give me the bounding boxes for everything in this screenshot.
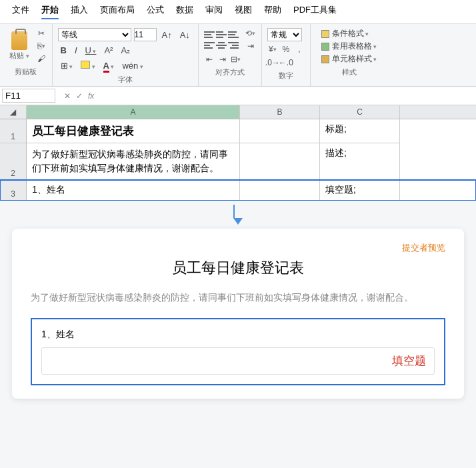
question-box[interactable]: 1、姓名 填空题 (31, 318, 445, 385)
cell-b1[interactable] (240, 119, 320, 143)
spreadsheet-grid: ◢ A B C 1 员工每日健康登记表 标题; 2 为了做好新型冠状病毒感染肺炎… (0, 105, 476, 201)
question-type-tag: 填空题 (392, 353, 426, 369)
cell-styles-button[interactable]: 单元格样式 (321, 53, 377, 65)
form-title: 员工每日健康登记表 (31, 258, 445, 278)
align-middle-icon[interactable] (216, 30, 227, 39)
font-size-input[interactable] (134, 28, 157, 41)
menu-data[interactable]: 数据 (176, 4, 193, 19)
cell-c2[interactable]: 描述; (320, 143, 400, 180)
merge-cells-icon[interactable]: ⊟ (231, 54, 241, 65)
group-clipboard: 粘贴 ✂ ⎘ 🖌 剪贴板 (0, 24, 53, 86)
decrease-decimal-icon[interactable]: ←.0 (281, 57, 291, 68)
group-alignment: ⟲ ⇥ ⇤ ⇥ ⊟ 对齐方式 (199, 24, 262, 86)
increase-indent-icon[interactable]: ⇥ (217, 54, 228, 65)
formula-bar: ✕ ✓ fx (0, 87, 476, 105)
conditional-format-button[interactable]: 条件格式 (321, 28, 377, 39)
menu-help[interactable]: 帮助 (264, 4, 281, 19)
select-all-corner[interactable]: ◢ (0, 105, 27, 119)
menu-layout[interactable]: 页面布局 (100, 4, 135, 19)
group-label-font: 字体 (58, 75, 193, 85)
row-header-2[interactable]: 2 (0, 143, 27, 180)
subscript-button[interactable]: A₂ (118, 44, 133, 57)
decrease-font-icon[interactable]: A↓ (177, 29, 193, 41)
decrease-indent-icon[interactable]: ⇤ (204, 54, 215, 65)
form-description: 为了做好新型冠状病毒感染肺炎的防控，请同事们下班前如实填写身体健康情况，谢谢配合… (31, 290, 445, 306)
copy-icon[interactable]: ⎘ (36, 41, 47, 51)
italic-button[interactable]: I (72, 44, 80, 57)
menu-review[interactable]: 审阅 (205, 4, 223, 19)
fill-color-button[interactable] (78, 59, 98, 72)
cancel-icon[interactable]: ✕ (64, 91, 71, 101)
group-font: 等线 A↑ A↓ B I U A² A₂ ⊞ A wén 字体 (53, 24, 199, 86)
font-name-select[interactable]: 等线 (58, 28, 131, 41)
menu-insert[interactable]: 插入 (71, 4, 88, 19)
align-right-icon[interactable] (228, 41, 239, 50)
group-label-align: 对齐方式 (204, 67, 256, 77)
row-header-1[interactable]: 1 (0, 119, 27, 143)
menu-home[interactable]: 开始 (41, 4, 59, 19)
question-label: 1、姓名 (41, 329, 435, 341)
currency-icon[interactable]: ¥ (267, 44, 278, 55)
underline-button[interactable]: U (83, 44, 99, 57)
phonetic-button[interactable]: wén (119, 59, 145, 72)
cell-a1[interactable]: 员工每日健康登记表 (27, 119, 240, 143)
format-painter-icon[interactable]: 🖌 (36, 53, 47, 64)
cell-b3[interactable] (240, 180, 320, 201)
group-styles: 条件格式 套用表格格 单元格样式 样式 (311, 24, 388, 86)
font-color-button[interactable]: A (101, 59, 117, 72)
group-label-styles: 样式 (316, 67, 383, 77)
comma-icon[interactable]: , (294, 44, 305, 55)
cell-a3[interactable]: 1、姓名 (27, 180, 240, 201)
align-bottom-icon[interactable] (228, 30, 239, 39)
menu-formulas[interactable]: 公式 (147, 4, 164, 19)
cell-c3[interactable]: 填空题; (320, 180, 400, 201)
menu-file[interactable]: 文件 (12, 4, 29, 19)
fx-icon[interactable]: fx (88, 91, 94, 101)
increase-font-icon[interactable]: A↑ (159, 29, 175, 41)
col-header-b[interactable]: B (240, 105, 320, 119)
paste-button[interactable]: 粘贴 (5, 30, 33, 62)
name-box[interactable] (2, 89, 55, 103)
increase-decimal-icon[interactable]: .0→ (267, 57, 278, 68)
bold-button[interactable]: B (58, 44, 69, 57)
col-header-c[interactable]: C (320, 105, 400, 119)
align-left-icon[interactable] (204, 41, 215, 50)
percent-icon[interactable]: % (281, 44, 291, 55)
group-label-clipboard: 剪贴板 (5, 67, 47, 77)
arrow-down-icon (0, 201, 476, 229)
menu-view[interactable]: 视图 (235, 4, 252, 19)
align-top-icon[interactable] (204, 30, 215, 39)
row-header-3[interactable]: 3 (0, 180, 27, 201)
submitter-preview-link[interactable]: 提交者预览 (31, 242, 445, 254)
group-label-number: 数字 (267, 71, 305, 81)
menu-pdf[interactable]: PDF工具集 (293, 4, 337, 19)
format-table-button[interactable]: 套用表格格 (321, 41, 377, 52)
ribbon: 粘贴 ✂ ⎘ 🖌 剪贴板 等线 A↑ A↓ B I U A² (0, 24, 476, 87)
wrap-text-icon[interactable]: ⇥ (245, 41, 256, 51)
group-number: 常规 ¥ % , .0→ ←.0 数字 (262, 24, 311, 86)
superscript-button[interactable]: A² (101, 44, 115, 57)
number-format-select[interactable]: 常规 (267, 28, 302, 41)
confirm-icon[interactable]: ✓ (76, 91, 83, 101)
cell-b2[interactable] (240, 143, 320, 180)
col-header-a[interactable]: A (27, 105, 240, 119)
border-button[interactable]: ⊞ (58, 59, 76, 72)
cell-c1[interactable]: 标题; (320, 119, 400, 143)
cut-icon[interactable]: ✂ (36, 28, 47, 39)
orientation-icon[interactable]: ⟲ (245, 28, 256, 39)
answer-input[interactable]: 填空题 (41, 347, 435, 375)
cell-a2[interactable]: 为了做好新型冠状病毒感染肺炎的防控，请同事们下班前如实填写身体健康情况，谢谢配合… (27, 143, 240, 180)
align-center-icon[interactable] (216, 41, 227, 50)
menu-bar: 文件 开始 插入 页面布局 公式 数据 审阅 视图 帮助 PDF工具集 (0, 0, 476, 24)
form-preview-card: 提交者预览 员工每日健康登记表 为了做好新型冠状病毒感染肺炎的防控，请同事们下班… (12, 229, 464, 399)
